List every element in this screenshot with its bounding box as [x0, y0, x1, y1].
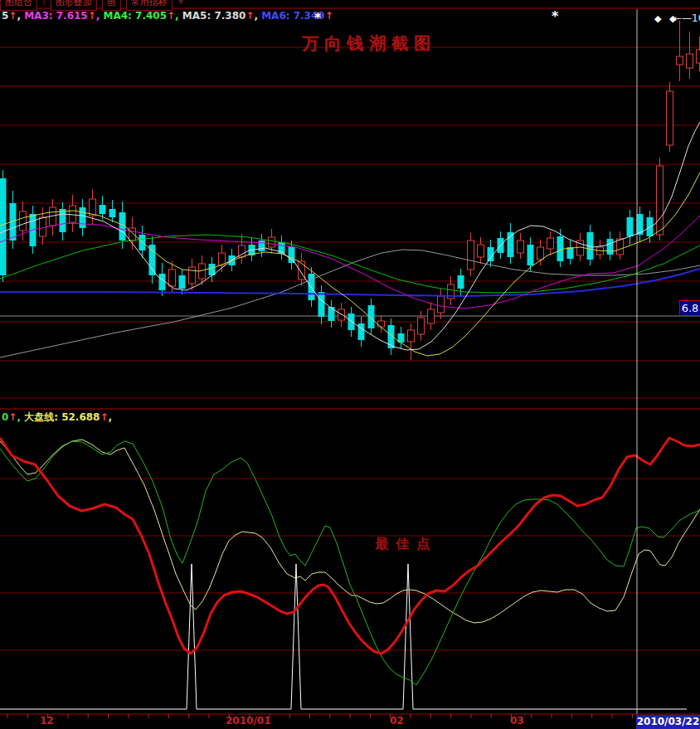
toolbar: 图组合 | 图形叠加 画 常用指标 ▼	[0, 0, 184, 8]
chart-title: 万向钱潮截图	[302, 35, 436, 51]
up-arrow-icon: ↑	[8, 411, 17, 423]
ma-values-row: 5↑, MA3: 7.615↑, MA4: 7.405↑, MA5: 7.380…	[2, 11, 333, 21]
dapanxian-label: 大盘线: 52.688	[24, 411, 100, 423]
signal-star-icon: *	[314, 12, 321, 25]
up-arrow-icon: ↑	[8, 10, 17, 22]
x-axis-label: 12	[40, 716, 54, 726]
trading-app-window: 图组合 | 图形叠加 画 常用指标 ▼ 5↑, MA3: 7.615↑, MA4…	[0, 0, 700, 729]
indicator-values-row: 0↑, 大盘线: 52.688↑,	[2, 412, 112, 422]
signal-star-icon: *	[552, 10, 558, 23]
ma3-label: MA3: 7.615	[24, 10, 88, 22]
up-arrow-icon: ↑	[167, 10, 175, 22]
up-arrow-icon: ↑	[325, 10, 333, 22]
up-arrow-icon: ↑	[88, 10, 96, 22]
dropdown-arrow-icon[interactable]: ▼	[177, 0, 184, 6]
ma5-label: MA5: 7.380	[182, 10, 246, 22]
toolbar-separator: |	[42, 0, 46, 6]
x-axis-label: 03	[510, 716, 524, 726]
x-axis-label: 02	[390, 716, 404, 726]
ma4-label: MA4: 7.405	[104, 10, 168, 22]
best-point-annotation: 最佳点	[375, 537, 437, 551]
chart-canvas[interactable]	[0, 0, 700, 729]
high-price-annotation: ←—10.	[673, 13, 700, 23]
x-axis-label: 2010/01	[226, 716, 270, 726]
up-arrow-icon: ↑	[245, 10, 254, 22]
up-arrow-icon: ↑	[100, 411, 108, 423]
current-date-box: 2010/03/22	[636, 715, 700, 729]
current-price-tag: 6.8	[679, 300, 700, 316]
